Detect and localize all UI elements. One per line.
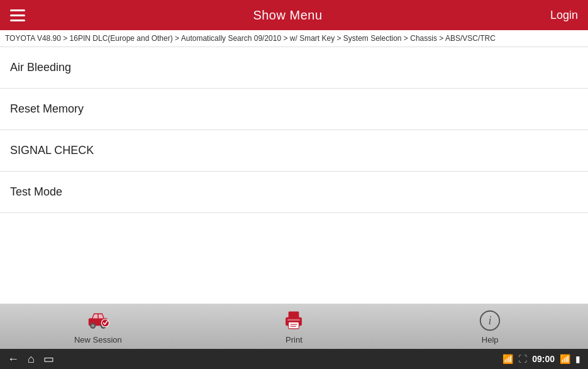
svg-rect-9 [289, 311, 299, 318]
svg-rect-14 [288, 319, 301, 320]
svg-rect-11 [289, 322, 299, 329]
back-icon[interactable]: ← [8, 353, 19, 366]
svg-point-5 [91, 324, 94, 328]
breadcrumb: TOYOTA V48.90 > 16PIN DLC(Europe and Oth… [0, 30, 588, 47]
header-title: Show Menu [253, 8, 322, 23]
print-label: Print [286, 335, 302, 344]
print-button[interactable]: Print [269, 309, 319, 344]
info-icon: i [478, 309, 502, 333]
new-session-button[interactable]: New Session [73, 309, 123, 344]
home-icon[interactable]: ⌂ [28, 353, 35, 366]
recents-icon[interactable]: ▭ [43, 352, 54, 366]
svg-text:i: i [489, 314, 492, 327]
bottom-toolbar: New Session Print i Help [0, 304, 588, 349]
new-session-label: New Session [74, 335, 122, 344]
hamburger-menu-icon[interactable] [10, 9, 25, 21]
status-time: 09:00 [532, 354, 555, 364]
screen-icon: ⛶ [518, 354, 527, 364]
menu-item-signal-check[interactable]: SIGNAL CHECK [0, 130, 588, 172]
status-bar: ← ⌂ ▭ 📶 ⛶ 09:00 📶 ▮ [0, 349, 588, 369]
wifi-icon: 📶 [560, 354, 570, 364]
car-icon [86, 309, 110, 333]
help-label: Help [482, 335, 499, 344]
menu-item-reset-memory[interactable]: Reset Memory [0, 89, 588, 130]
nav-icons: ← ⌂ ▭ [8, 352, 54, 366]
menu-list: Air Bleeding Reset Memory SIGNAL CHECK T… [0, 47, 588, 304]
status-right: 📶 ⛶ 09:00 📶 ▮ [502, 354, 580, 364]
login-button[interactable]: Login [550, 9, 578, 22]
battery-icon: ▮ [575, 354, 580, 364]
help-button[interactable]: i Help [465, 309, 515, 344]
menu-item-air-bleeding[interactable]: Air Bleeding [0, 47, 588, 89]
menu-item-test-mode[interactable]: Test Mode [0, 172, 588, 213]
print-icon [282, 309, 306, 333]
sim-icon: 📶 [502, 354, 513, 364]
app-header: Show Menu Login [0, 0, 588, 30]
